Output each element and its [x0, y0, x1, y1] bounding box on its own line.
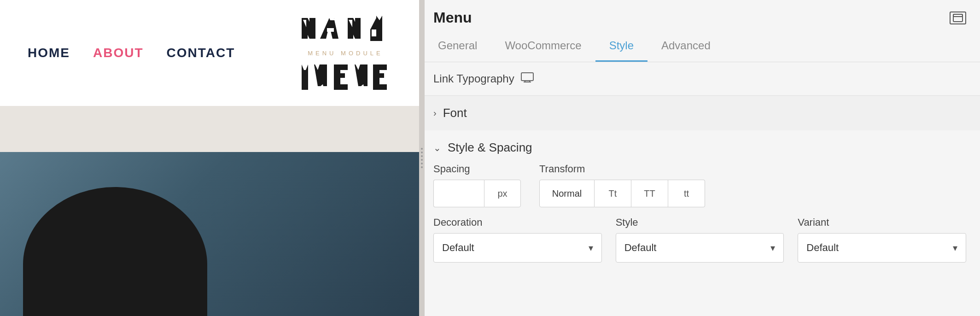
nav-link-contact[interactable]: CONTACT: [167, 46, 235, 60]
svg-rect-32: [953, 14, 962, 22]
transform-label: Transform: [539, 163, 705, 175]
svg-marker-15: [372, 29, 376, 36]
svg-rect-5: [327, 28, 334, 32]
font-section-label: Font: [443, 106, 467, 120]
spacing-unit: px: [484, 180, 521, 207]
tab-woocommerce[interactable]: WooCommerce: [491, 31, 595, 62]
decoration-dropdown-arrow-icon: ▾: [589, 242, 593, 253]
svg-rect-33: [953, 14, 962, 17]
logo-text: MENU MODULE: [308, 50, 383, 57]
link-typography-section: Link Typography: [420, 62, 980, 96]
svg-marker-2: [309, 18, 315, 39]
style-value: Default: [624, 242, 657, 254]
style-spacing-label: Style & Spacing: [448, 140, 532, 155]
variant-dropdown-arrow-icon: ▾: [953, 242, 957, 253]
style-dropdown[interactable]: Default ▾: [616, 233, 784, 263]
svg-rect-10: [355, 18, 361, 39]
logo-top-graphic: [299, 11, 391, 48]
transform-uppercase-button[interactable]: TT: [631, 180, 668, 207]
variant-value: Default: [806, 242, 839, 254]
panel-content: Link Typography › Font ⌄ Style & Spacing: [420, 62, 980, 316]
style-spacing-chevron-down-icon: ⌄: [433, 142, 441, 153]
logo-bottom-graphic: [299, 59, 391, 95]
svg-rect-30: [373, 73, 384, 78]
spacing-input-group: px: [433, 180, 521, 207]
gray-section: [0, 106, 419, 152]
resize-handle[interactable]: [419, 0, 425, 316]
svg-marker-7: [329, 18, 335, 20]
decoration-label: Decoration: [433, 217, 602, 228]
spacing-transform-row: Spacing px Transform Normal Tt TT tt: [433, 163, 966, 207]
link-typography-label: Link Typography: [433, 72, 514, 85]
style-label: Style: [616, 217, 784, 228]
variant-label: Variant: [798, 217, 966, 228]
style-spacing-section: ⌄ Style & Spacing Spacing px Transform: [420, 130, 980, 276]
drag-dot: [421, 159, 423, 161]
nav-link-about[interactable]: ABOUT: [93, 46, 144, 60]
decoration-style-variant-row: Decoration Default ▾ Style Default ▾: [433, 217, 966, 263]
variant-col: Variant Default ▾: [798, 217, 966, 263]
panel-collapse-button[interactable]: [950, 12, 966, 24]
website-preview: HOME ABOUT CONTACT: [0, 0, 419, 316]
nav-bar: HOME ABOUT CONTACT: [0, 0, 419, 106]
style-dropdown-arrow-icon: ▾: [770, 242, 775, 253]
variant-dropdown[interactable]: Default ▾: [798, 233, 966, 263]
transform-lowercase-button[interactable]: tt: [668, 180, 705, 207]
drag-dot: [421, 163, 423, 164]
person-silhouette: [23, 187, 207, 316]
svg-rect-23: [334, 73, 345, 78]
transform-normal-button[interactable]: Normal: [539, 180, 595, 207]
font-section: › Font: [420, 96, 980, 130]
drag-dot: [421, 155, 423, 157]
collapse-icon: [953, 14, 963, 22]
spacing-input[interactable]: [433, 180, 484, 207]
tab-style[interactable]: Style: [595, 31, 648, 62]
tab-advanced[interactable]: Advanced: [648, 31, 724, 62]
decoration-value: Default: [442, 242, 474, 254]
spacing-col: Spacing px: [433, 163, 521, 207]
svg-rect-34: [521, 73, 533, 81]
panel-header: Menu: [420, 0, 980, 31]
decoration-col: Decoration Default ▾: [433, 217, 602, 263]
sidebar-panel: Menu General WooCommerce Style Advanced …: [419, 0, 980, 316]
svg-rect-24: [334, 84, 348, 90]
tab-general[interactable]: General: [424, 31, 491, 62]
panel-title: Menu: [433, 9, 472, 26]
svg-rect-31: [373, 84, 387, 90]
image-section: [0, 152, 419, 316]
style-spacing-header[interactable]: ⌄ Style & Spacing: [433, 130, 966, 163]
font-section-header[interactable]: › Font: [420, 96, 980, 130]
transform-col: Transform Normal Tt TT tt: [539, 163, 705, 207]
monitor-icon[interactable]: [521, 72, 534, 85]
drag-dot: [421, 148, 423, 150]
transform-group: Normal Tt TT tt: [539, 180, 705, 207]
style-col: Style Default ▾: [616, 217, 784, 263]
nav-link-home[interactable]: HOME: [28, 46, 70, 60]
tab-bar: General WooCommerce Style Advanced: [420, 31, 980, 62]
font-chevron-right-icon: ›: [433, 108, 437, 118]
svg-rect-22: [334, 64, 348, 70]
nav-links: HOME ABOUT CONTACT: [28, 46, 235, 60]
drag-dot: [421, 152, 423, 153]
transform-titlecase-button[interactable]: Tt: [595, 180, 631, 207]
drag-dot: [421, 166, 423, 168]
decoration-dropdown[interactable]: Default ▾: [433, 233, 602, 263]
spacing-label: Spacing: [433, 163, 521, 175]
logo: MENU MODULE: [299, 11, 391, 95]
svg-rect-29: [373, 64, 387, 70]
